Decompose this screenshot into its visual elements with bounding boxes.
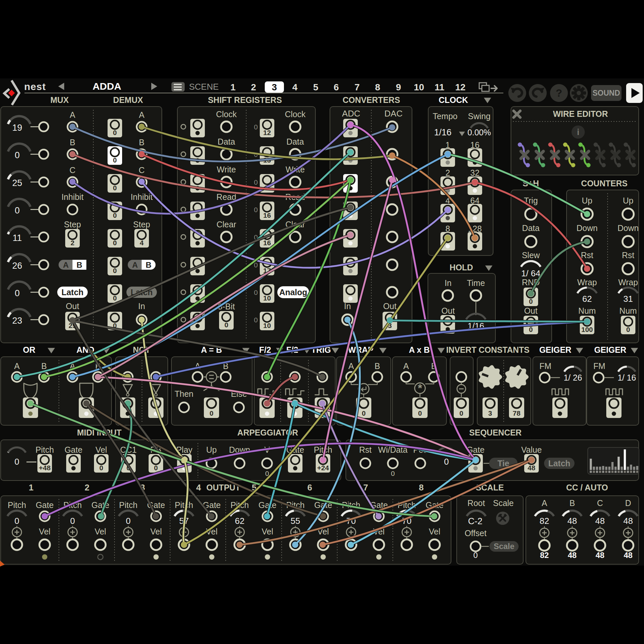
svg-text:Step: Step [133,220,150,229]
svg-text:Wrap: Wrap [618,278,638,287]
svg-text:Inhibit: Inhibit [62,192,84,202]
svg-text:48: 48 [528,464,535,472]
svg-text:B: B [146,260,151,269]
svg-text:Scale: Scale [493,498,514,508]
svg-text:0: 0 [15,516,19,526]
svg-text:10: 10 [263,322,271,329]
svg-text:0: 0 [626,326,630,333]
svg-text:Inhibit: Inhibit [131,192,153,202]
svg-text:0: 0 [209,409,213,417]
svg-text:16: 16 [263,239,271,247]
svg-text:0: 0 [113,211,117,219]
svg-text:12: 12 [455,82,465,92]
svg-text:B: B [570,498,575,508]
svg-text:Pitch: Pitch [35,445,54,454]
svg-text:26: 26 [12,261,22,271]
svg-text:Up: Up [206,445,217,454]
svg-text:DAC: DAC [385,109,403,118]
svg-text:0: 0 [459,409,463,417]
svg-text:1/ 26: 1/ 26 [564,373,582,382]
svg-text:Tempo: Tempo [433,112,457,121]
svg-text:Latch: Latch [548,459,571,468]
svg-text:CONSTANTS: CONSTANTS [479,345,529,354]
svg-text:32: 32 [470,168,480,177]
svg-text:48: 48 [623,516,633,526]
svg-text:CONVERTERS: CONVERTERS [343,95,400,105]
svg-text:0: 0 [15,150,20,160]
svg-text:11: 11 [435,82,444,92]
svg-text:0: 0 [70,516,75,526]
svg-text:Gate: Gate [36,500,54,510]
svg-text:Swing: Swing [468,112,490,121]
svg-text:ADC: ADC [342,109,360,118]
svg-text:Value: Value [521,445,542,454]
svg-text:Down: Down [576,223,598,233]
svg-text:Analog: Analog [279,288,307,297]
svg-text:Up: Up [582,196,592,205]
svg-text:Clock: Clock [216,110,237,119]
svg-text:A: A [63,260,69,269]
svg-text:8: 8 [419,483,424,492]
svg-text:16: 16 [470,140,480,150]
svg-text:A: A [139,110,145,119]
svg-text:F/2: F/2 [259,345,271,354]
svg-text:0: 0 [113,184,117,192]
svg-text:62: 62 [582,294,592,304]
svg-text:B: B [139,138,145,147]
svg-text:A: A [348,361,354,371]
svg-text:Rst: Rst [622,251,634,260]
svg-text:Root: Root [468,498,485,508]
svg-text:6: 6 [334,82,339,92]
svg-text:GEIGER: GEIGER [594,345,626,354]
svg-text:2: 2 [85,483,89,492]
svg-text:19: 19 [12,123,22,133]
svg-text:INVERT: INVERT [446,345,477,354]
svg-text:12: 12 [263,129,271,136]
svg-text:Then: Then [175,389,194,398]
svg-text:Vel: Vel [262,527,273,536]
svg-text:16: 16 [263,211,271,219]
svg-text:48: 48 [568,551,577,560]
svg-text:11: 11 [13,233,22,243]
svg-text:1: 1 [230,82,236,92]
svg-text:Gate: Gate [65,445,82,454]
svg-text:C: C [69,165,75,175]
svg-text:Clock: Clock [285,110,306,119]
svg-text:CC / AUTO: CC / AUTO [566,483,608,492]
svg-text:1/ 64: 1/ 64 [521,268,540,278]
svg-text:0: 0 [126,516,130,526]
svg-text:0: 0 [254,178,258,186]
svg-text:2: 2 [445,168,450,177]
svg-text:9: 9 [396,82,401,92]
svg-text:48: 48 [595,516,605,526]
svg-text:Vel: Vel [150,527,162,536]
svg-text:Pitch: Pitch [119,500,138,510]
svg-text:82: 82 [540,551,549,560]
svg-text:0: 0 [254,123,258,131]
svg-text:55: 55 [291,516,300,526]
svg-text:0.00%: 0.00% [468,128,491,137]
svg-text:Out: Out [383,301,396,311]
svg-text:1/16: 1/16 [434,127,452,137]
svg-text:64: 64 [470,196,480,205]
svg-text:0: 0 [473,551,478,560]
svg-text:Slew: Slew [522,251,540,260]
svg-text:FM: FM [539,361,551,371]
svg-text:Write: Write [217,165,236,174]
svg-text:0: 0 [529,298,533,305]
svg-text:Out: Out [441,306,455,315]
svg-text:CLOCK: CLOCK [439,95,468,105]
svg-text:SHIFT REGISTERS: SHIFT REGISTERS [208,95,282,105]
svg-text:31: 31 [623,294,633,304]
svg-text:0: 0 [99,464,103,472]
svg-text:C-2: C-2 [468,516,483,526]
svg-text:4: 4 [292,82,298,92]
svg-text:nest: nest [24,81,46,92]
svg-text:B: B [375,361,380,371]
svg-text:0: 0 [418,409,422,417]
svg-text:D: D [625,498,631,508]
svg-text:Wrap: Wrap [577,278,597,287]
svg-text:A: A [14,361,20,371]
svg-text:B: B [76,260,82,269]
svg-text:*: * [418,382,422,394]
